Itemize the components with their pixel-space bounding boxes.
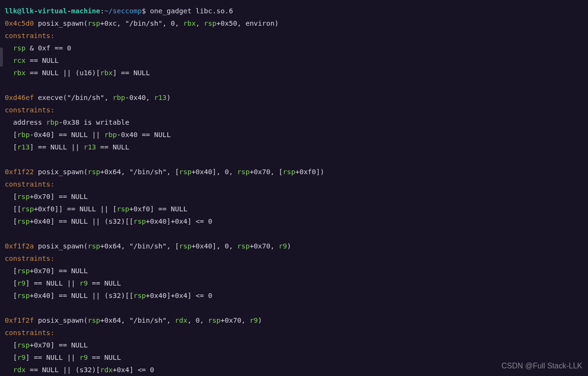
prompt-line: llk@llk-virtual-machine:~/seccomp$ one_g… xyxy=(5,7,233,15)
constraint-line: [rsp+0x70] == NULL xyxy=(13,267,87,275)
constraint-line: rsp & 0xf == 0 xyxy=(13,44,71,52)
constraint-line: [r9] == NULL || r9 == NULL xyxy=(13,279,121,287)
terminal-output[interactable]: llk@llk-virtual-machine:~/seccomp$ one_g… xyxy=(0,0,588,376)
command-output: 0x4c5d0 posix_spawn(rsp+0xc, "/bin/sh", … xyxy=(5,20,324,374)
constraints-label: constraints: xyxy=(5,106,55,114)
gadget-line: 0xf1f2f posix_spawn(rsp+0x64, "/bin/sh",… xyxy=(5,317,262,324)
constraints-label: constraints: xyxy=(5,329,55,336)
constraint-line: [r13] == NULL || r13 == NULL xyxy=(13,143,129,151)
constraints-label: constraints: xyxy=(5,255,55,262)
constraint-line: [rbp-0x40] == NULL || rbp-0x40 == NULL xyxy=(13,131,171,139)
prompt-cwd: ~/seccomp xyxy=(105,7,142,15)
watermark: CSDN @Full Stack-LLK xyxy=(501,360,582,372)
constraint-line: [r9] == NULL || r9 == NULL xyxy=(13,354,121,361)
constraints-label: constraints: xyxy=(5,32,55,40)
constraint-line: rdx == NULL || (s32)[rdx+0x4] <= 0 xyxy=(13,366,154,374)
prompt-host: llk-virtual-machine xyxy=(21,7,100,15)
constraint-line: [rsp+0x70] == NULL xyxy=(13,341,87,349)
constraint-line: address rbp-0x38 is writable xyxy=(13,119,129,126)
constraint-line: [[rsp+0xf0]] == NULL || [rsp+0xf0] == NU… xyxy=(13,205,187,213)
gadget-line: 0xf1f22 posix_spawn(rsp+0x64, "/bin/sh",… xyxy=(5,168,324,176)
constraint-line: [rsp+0x70] == NULL xyxy=(13,193,87,200)
gadget-line: 0xf1f2a posix_spawn(rsp+0x64, "/bin/sh",… xyxy=(5,242,291,250)
constraint-line: rbx == NULL || (u16)[rbx] == NULL xyxy=(13,69,150,77)
constraints-label: constraints: xyxy=(5,180,55,188)
constraint-line: [rsp+0x40] == NULL || (s32)[[rsp+0x40]+0… xyxy=(13,218,212,225)
constraint-line: rcx == NULL xyxy=(13,57,58,64)
gadget-line: 0x4c5d0 posix_spawn(rsp+0xc, "/bin/sh", … xyxy=(5,20,279,27)
gadget-line: 0xd46ef execve("/bin/sh", rbp-0x40, r13) xyxy=(5,94,171,101)
prompt-user: llk xyxy=(5,7,17,15)
prompt-command: one_gadget libc.so.6 xyxy=(150,7,233,15)
sidebar-tab xyxy=(0,48,3,67)
constraint-line: [rsp+0x40] == NULL || (s32)[[rsp+0x40]+0… xyxy=(13,292,212,299)
